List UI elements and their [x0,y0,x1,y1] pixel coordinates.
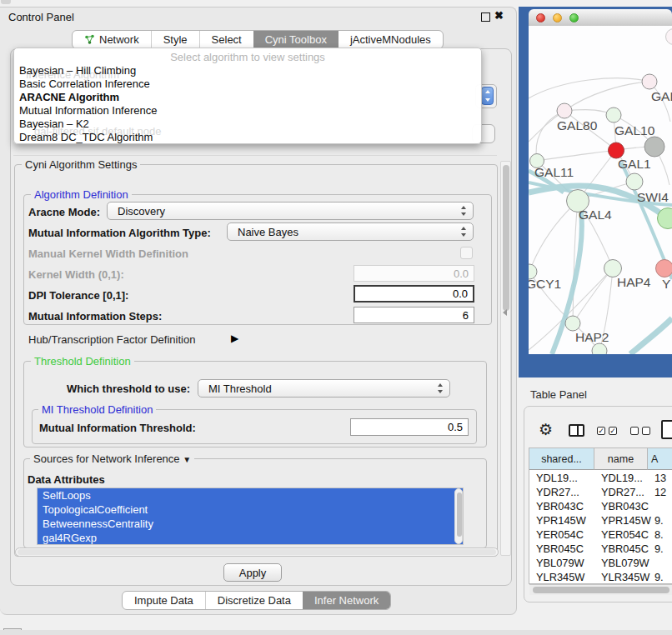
sources-title-label: Sources for Network Inference [33,452,180,465]
sources-title[interactable]: Sources for Network Inference ▼ [30,452,194,465]
bottom-tabbar: Impute Data Discretize Data Infer Networ… [122,591,391,610]
column-header-name[interactable]: name [594,448,648,470]
tab-network[interactable]: Network [73,31,151,48]
node-table: shared... name A YDL19... YDL19... 13 YD… [529,448,672,584]
checked-checkbox-icon[interactable]: ✓ [597,427,605,435]
list-scrollbar[interactable] [454,488,463,544]
which-threshold-combo[interactable]: MI Threshold [198,379,450,398]
tab-select[interactable]: Select [199,31,253,48]
combo-spinner-icon [461,227,467,237]
network-icon [84,34,95,45]
cell: 8. [648,528,664,542]
network-window-titlebar[interactable] [529,9,672,27]
list-item-selected[interactable]: BetweennessCentrality [38,517,463,531]
tab-select-label: Select [212,33,242,46]
combo-spinner-icon [461,206,467,216]
document-icon[interactable] [661,420,672,439]
table-hscrollbar[interactable] [529,584,672,595]
node-label: GAL4 [579,208,612,222]
table-hscrollbar-thumb[interactable] [533,587,669,593]
node-partial-top[interactable] [666,29,672,45]
table-row[interactable]: YBR045C YBR045C 9. [529,542,672,556]
node-gray[interactable] [644,137,664,157]
split-columns-icon[interactable] [569,424,584,437]
manual-kernel-checkbox[interactable] [460,247,473,259]
tab-impute-data-label: Impute Data [134,594,193,607]
kernel-width-label: Kernel Width (0,1): [28,268,124,281]
apply-button[interactable]: Apply [223,563,282,582]
control-panel-tabbar: Network Style Select Cyni Toolbox jActiv… [72,30,444,49]
kernel-width-field[interactable] [354,265,474,282]
table-row[interactable]: YBR043C YBR043C [529,499,672,513]
aracne-mode-label: Aracne Mode: [28,206,100,218]
aracne-mode-combo[interactable]: Discovery [107,202,474,220]
tab-style-label: Style [163,33,188,46]
node-label: GAL10 [614,123,655,138]
table-row[interactable]: YDR27... YDR27... 12 [529,485,672,499]
cell: YBR045C [529,542,594,556]
mi-steps-field[interactable] [354,307,474,323]
node-swi4[interactable] [626,173,643,190]
table-row[interactable]: YPR145W YPR145W 9. [529,513,672,528]
dropdown-item-selected[interactable]: ARACNE Algorithm [19,91,119,104]
dropdown-item[interactable]: Mutual Information Inference [19,104,157,118]
mi-threshold-field[interactable] [350,418,469,436]
tab-discretize-data[interactable]: Discretize Data [205,592,303,609]
maximize-traffic-light-icon[interactable] [569,13,579,22]
settings-hscrollbar-thumb[interactable] [18,549,496,555]
dropdown-item[interactable]: Basic Correlation Inference [19,78,150,91]
network-canvas[interactable]: GAL GAL80 GAL10 GAL1 GAL11 SWI4 GAL4 GCY… [529,26,672,354]
aracne-mode-value: Discovery [118,205,165,218]
cell: YER054C [529,528,594,542]
panel-resize-handle[interactable] [503,309,507,316]
manual-kernel-label: Manual Kernel Width Definition [28,248,188,260]
list-item-selected[interactable]: SelfLoops [38,488,463,502]
tab-jactivemnodules[interactable]: jActiveMNodules [339,31,443,48]
cell: YLR345W [529,570,594,584]
expand-triangle-icon[interactable]: ▼ [183,455,191,464]
node-salmon[interactable] [656,260,672,278]
cell: YBL079W [594,556,648,570]
table-row[interactable]: YBL079W YBL079W [529,556,672,570]
table-row[interactable]: YLR345W YLR345W 9. [529,570,672,584]
node-bottom-partial[interactable] [592,343,607,354]
node-gal80[interactable] [557,103,572,118]
mi-type-combo[interactable]: Naive Bayes [227,222,474,241]
list-scrollbar-thumb[interactable] [457,492,462,537]
tab-style[interactable]: Style [151,31,199,48]
settings-gear-icon[interactable]: ⚙ [539,422,553,438]
dpi-tolerance-field[interactable] [354,285,474,302]
collapsed-arrow-icon[interactable]: ▶ [231,332,238,344]
dropdown-item[interactable]: Bayesian – K2 [19,118,89,131]
tab-infer-network[interactable]: Infer Network [303,592,390,609]
list-item-selected[interactable]: gal4RGexp [38,531,463,545]
tab-impute-data[interactable]: Impute Data [123,592,205,609]
node-gal10[interactable] [606,108,621,122]
unchecked-checkbox-icon[interactable] [630,427,639,435]
tab-cyni-toolbox[interactable]: Cyni Toolbox [253,31,339,48]
column-header-partial[interactable]: A [648,448,672,470]
settings-hscrollbar[interactable] [15,548,499,557]
settings-scrollbar[interactable] [500,161,511,556]
dropdown-item[interactable]: Dream8 DC_TDC Algorithm [19,131,153,144]
hub-section-label[interactable]: Hub/Transcription Factor Definition [28,333,195,346]
settings-scrollbar-thumb[interactable] [503,165,509,311]
node-hap2[interactable] [565,316,580,331]
tab-infer-network-label: Infer Network [314,594,379,607]
node-label: GCY1 [529,277,561,291]
node-label: GAL11 [534,165,574,179]
table-row[interactable]: YER054C YER054C 8. [529,528,672,542]
float-window-icon[interactable] [481,12,490,22]
close-traffic-light-icon[interactable] [536,13,545,22]
checked-checkbox-icon[interactable]: ✓ [609,427,617,435]
close-icon[interactable]: ✖ [494,9,504,22]
unchecked-checkbox-icon[interactable] [642,427,650,435]
minimize-traffic-light-icon[interactable] [553,13,562,22]
table-row[interactable]: YDL19... YDL19... 13 [529,471,672,485]
cell: YER054C [594,528,648,542]
list-item-selected[interactable]: TopologicalCoefficient [38,502,463,517]
node-gal-partial[interactable] [642,74,657,89]
column-header-shared-name[interactable]: shared... [529,448,594,470]
data-attributes-list: SelfLoops TopologicalCoefficient Between… [37,488,464,545]
dropdown-item[interactable]: Bayesian – Hill Climbing [19,64,136,78]
